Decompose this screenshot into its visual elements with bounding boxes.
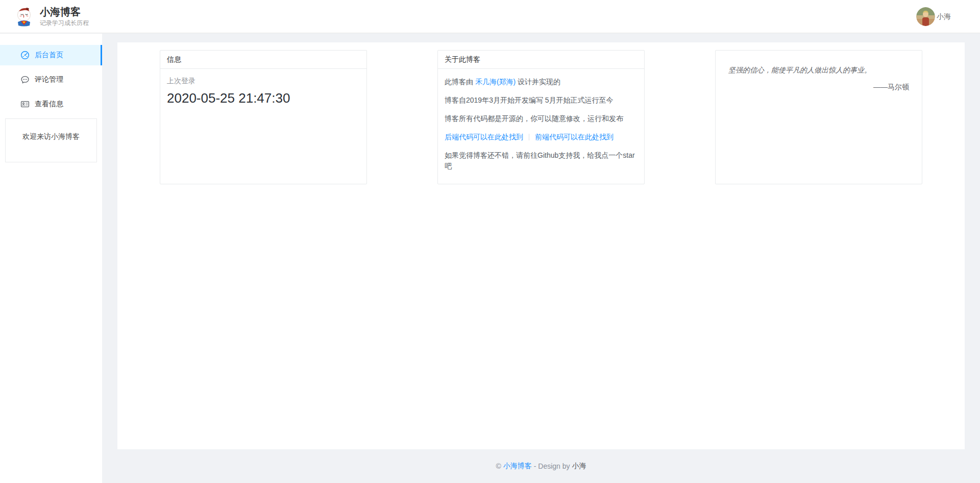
author-link[interactable]: 禾几海(郑海): [475, 78, 516, 86]
link-divider: [529, 134, 529, 140]
footer-site-link[interactable]: 小海博客: [503, 462, 532, 471]
info-card-title: 信息: [160, 51, 366, 69]
copyright-symbol: ©: [496, 462, 501, 470]
last-login-label: 上次登录: [167, 77, 360, 86]
sidebar-item-label: 后台首页: [35, 51, 63, 60]
about-card: 关于此博客 此博客由 禾几海(郑海) 设计并实现的 博客自2019年3月开始开发…: [437, 50, 645, 184]
info-card-icon: [20, 100, 30, 109]
cards-row: 信息 上次登录 2020-05-25 21:47:30 关于此博客 此博客由 禾…: [160, 50, 922, 184]
about-line-star: 如果觉得博客还不错，请前往Github支持我，给我点一个star吧: [445, 150, 638, 172]
site-titles: 小海博客 记录学习成长历程: [40, 6, 89, 27]
main-panel: 信息 上次登录 2020-05-25 21:47:30 关于此博客 此博客由 禾…: [117, 42, 965, 449]
quote-author: ——马尔顿: [728, 83, 909, 92]
sidebar-item-comments[interactable]: 评论管理: [0, 69, 102, 90]
header-user-name[interactable]: 小海: [937, 12, 951, 21]
site-logo-icon: [14, 6, 34, 27]
about-card-title: 关于此博客: [438, 51, 644, 69]
site-subtitle: 记录学习成长历程: [40, 19, 89, 27]
app-header: 小海博客 记录学习成长历程 小海: [0, 0, 980, 33]
backend-code-link[interactable]: 后端代码可以在此处找到: [445, 133, 523, 141]
page-footer: © 小海博客 - Design by 小海: [102, 449, 980, 483]
header-user-area[interactable]: 小海: [916, 0, 951, 33]
sidebar: 后台首页 评论管理 查看信息 欢迎来访小海博客: [0, 34, 102, 483]
footer-author: 小海: [572, 462, 586, 471]
user-avatar[interactable]: [916, 7, 935, 26]
about-line-author: 此博客由 禾几海(郑海) 设计并实现的: [445, 77, 638, 87]
about-line-links: 后端代码可以在此处找到前端代码可以在此处找到: [445, 132, 638, 142]
sidebar-item-dashboard[interactable]: 后台首页: [0, 45, 102, 65]
frontend-code-link[interactable]: 前端代码可以在此处找到: [535, 133, 614, 141]
site-title: 小海博客: [40, 6, 89, 18]
comments-icon: [20, 75, 30, 84]
welcome-box: 欢迎来访小海博客: [5, 118, 97, 162]
last-login-time: 2020-05-25 21:47:30: [167, 90, 360, 106]
sidebar-item-label: 评论管理: [35, 75, 63, 84]
about-line-history: 博客自2019年3月开始开发编写 5月开始正式运行至今: [445, 95, 638, 106]
quote-card: 坚强的信心，能使平凡的人做出惊人的事业。 ——马尔顿: [715, 50, 922, 184]
info-card: 信息 上次登录 2020-05-25 21:47:30: [160, 50, 367, 184]
footer-middle-text: - Design by: [534, 462, 570, 470]
sidebar-item-label: 查看信息: [35, 100, 63, 109]
dashboard-icon: [20, 51, 30, 60]
quote-text: 坚强的信心，能使平凡的人做出惊人的事业。: [728, 65, 909, 76]
about-line-opensource: 博客所有代码都是开源的，你可以随意修改，运行和发布: [445, 113, 638, 124]
welcome-text: 欢迎来访小海博客: [22, 132, 80, 140]
sidebar-item-view-info[interactable]: 查看信息: [0, 94, 102, 114]
